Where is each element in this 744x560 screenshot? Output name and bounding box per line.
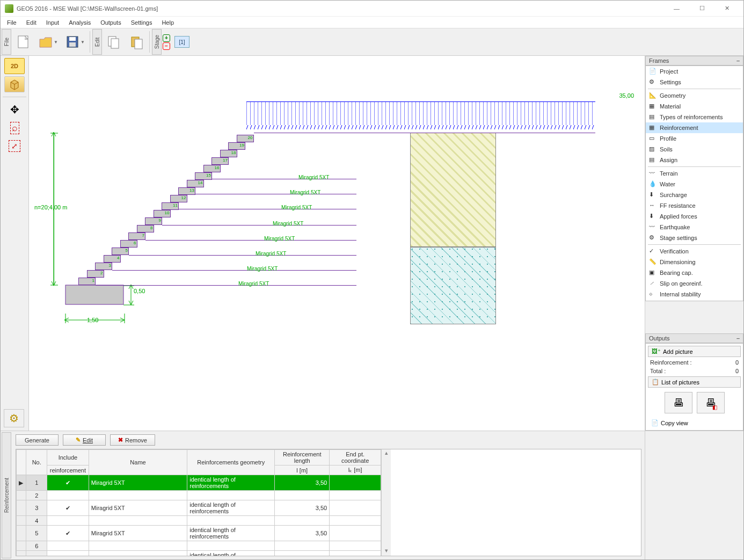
frame-icon: ✓ bbox=[649, 248, 657, 255]
frame-item-dimensioning[interactable]: 📏Dimensioning bbox=[646, 257, 743, 267]
frame-item-settings[interactable]: ⚙Settings bbox=[646, 77, 743, 88]
remove-stage-button[interactable]: − bbox=[163, 42, 170, 50]
move-icon: ✥ bbox=[10, 103, 19, 116]
table-scrollbar[interactable]: ▴ ▾ bbox=[381, 449, 391, 556]
minimize-button[interactable]: — bbox=[665, 1, 689, 16]
view-2d-button[interactable]: 2D bbox=[4, 58, 25, 74]
add-stage-button[interactable]: + bbox=[163, 34, 170, 42]
frame-item-geometry[interactable]: 📐Geometry bbox=[646, 90, 743, 101]
frames-list[interactable]: 📄Project⚙Settings📐Geometry▦Material▤Type… bbox=[645, 66, 743, 301]
frame-item-internal-stability[interactable]: ⟐Internal stability bbox=[646, 289, 743, 300]
table-row[interactable]: 5✔Miragrid 5XTidentical length of reinfo… bbox=[17, 526, 381, 541]
frame-item-surcharge[interactable]: ⬇Surcharge bbox=[646, 190, 743, 200]
frame-item-stage-settings[interactable]: ⚙Stage settings bbox=[646, 232, 743, 243]
frame-item-water[interactable]: 💧Water bbox=[646, 179, 743, 190]
frame-item-applied-forces[interactable]: ⬇Applied forces bbox=[646, 211, 743, 222]
frame-label: Assign bbox=[660, 157, 677, 163]
frame-item-terrain[interactable]: 〰Terrain bbox=[646, 168, 743, 179]
outputs-header-text: Outputs bbox=[649, 335, 670, 341]
table-row[interactable]: 4 bbox=[17, 516, 381, 526]
paste-icon bbox=[128, 34, 144, 50]
print-button-2[interactable]: 🖶◧ bbox=[697, 392, 725, 413]
paste-button[interactable] bbox=[126, 30, 147, 54]
list-pictures-button[interactable]: 📋List of pictures bbox=[648, 376, 741, 388]
frame-label: Geometry bbox=[660, 92, 685, 99]
open-file-button[interactable]: ▼ bbox=[35, 30, 61, 54]
toolbar-group-stage[interactable]: Stage bbox=[152, 29, 162, 55]
table-row[interactable]: 3✔Miragrid 5XTidentical length of reinfo… bbox=[17, 500, 381, 516]
frame-item-project[interactable]: 📄Project bbox=[646, 66, 743, 77]
zoom-extents-button[interactable]: ⤢ bbox=[4, 138, 25, 154]
printer-color-icon: 🖶◧ bbox=[705, 397, 716, 409]
surcharge-value: 35,00 bbox=[619, 92, 634, 99]
col-include[interactable]: Include bbox=[47, 450, 89, 466]
stage-1-button[interactable]: [1] bbox=[174, 36, 189, 48]
col-length[interactable]: Reinforcement length bbox=[275, 450, 330, 466]
col-endpt[interactable]: End pt. coordinate bbox=[330, 450, 381, 466]
frame-label: Bearing cap. bbox=[660, 270, 693, 276]
frame-item-verification[interactable]: ✓Verification bbox=[646, 246, 743, 257]
surcharge-ticks bbox=[246, 101, 595, 133]
menu-settings[interactable]: Settings bbox=[127, 18, 157, 27]
extents-icon: ⤢ bbox=[9, 140, 20, 152]
frame-label: Reinforcement bbox=[660, 125, 698, 131]
bottom-tab-reinforcement[interactable]: Reinforcement bbox=[2, 432, 11, 558]
frame-icon: ▣ bbox=[649, 269, 657, 277]
frame-item-slip-on-georeinf-[interactable]: ⟋Slip on georeinf. bbox=[646, 278, 743, 289]
table-row[interactable]: 2 bbox=[17, 491, 381, 500]
remove-button[interactable]: ✖Remove bbox=[110, 434, 155, 446]
table-row[interactable]: ▶1✔Miragrid 5XTidentical length of reinf… bbox=[17, 475, 381, 491]
add-picture-button[interactable]: 🖼⁺Add picture bbox=[648, 346, 741, 357]
frame-icon: 〰 bbox=[649, 170, 657, 177]
frame-item-profile[interactable]: ▭Profile bbox=[646, 133, 743, 144]
toolbar-group-file[interactable]: File bbox=[2, 29, 11, 55]
frame-item-ff-resistance[interactable]: ↔FF resistance bbox=[646, 200, 743, 211]
frame-item-bearing-cap-[interactable]: ▣Bearing cap. bbox=[646, 267, 743, 278]
pan-button[interactable]: ✥ bbox=[4, 101, 25, 118]
copy-button[interactable] bbox=[103, 30, 125, 54]
maximize-button[interactable]: ☐ bbox=[690, 1, 714, 16]
menu-input[interactable]: Input bbox=[42, 18, 63, 27]
table-row[interactable]: 7✔Miragrid 5XTidentical length of reinfo… bbox=[17, 551, 381, 557]
menu-file[interactable]: File bbox=[3, 18, 21, 27]
frame-item-reinforcement[interactable]: ▦Reinforcement bbox=[646, 122, 743, 133]
zoom-area-button[interactable]: ⌕ bbox=[4, 120, 25, 136]
drawing-canvas[interactable]: 35,00 /*inline loop omitted*/ bbox=[29, 56, 645, 431]
col-no[interactable]: No. bbox=[26, 450, 47, 475]
reinforcement-table[interactable]: No. Include Name Reinforcements geometry… bbox=[16, 449, 381, 556]
col-name[interactable]: Name bbox=[89, 450, 187, 475]
frame-item-earthquake[interactable]: 〰Earthquake bbox=[646, 222, 743, 232]
generate-button[interactable]: Generate bbox=[16, 434, 59, 446]
menu-analysis[interactable]: Analysis bbox=[64, 18, 95, 27]
out-total-count: 0 bbox=[735, 368, 739, 374]
right-pane: Frames – 📄Project⚙Settings📐Geometry▦Mate… bbox=[645, 56, 743, 431]
frame-icon: 📄 bbox=[649, 68, 657, 75]
menu-outputs[interactable]: Outputs bbox=[96, 18, 126, 27]
frame-label: FF resistance bbox=[660, 202, 696, 209]
view-3d-button[interactable] bbox=[4, 76, 25, 92]
copy-view-button[interactable]: 📄Copy view bbox=[648, 418, 741, 428]
table-row[interactable]: 6 bbox=[17, 541, 381, 551]
save-file-button[interactable]: ▼ bbox=[62, 30, 87, 54]
folder-open-icon bbox=[38, 34, 54, 50]
new-file-button[interactable] bbox=[12, 30, 34, 54]
frame-item-soils[interactable]: ▨Soils bbox=[646, 144, 743, 155]
out-reinf-label: Reinforcement : bbox=[650, 359, 692, 366]
menu-help[interactable]: Help bbox=[157, 18, 178, 27]
menu-edit[interactable]: Edit bbox=[22, 18, 41, 27]
frame-label: Verification bbox=[660, 248, 689, 254]
frame-item-types-of-reinforcements[interactable]: ▤Types of reinforcements bbox=[646, 112, 743, 122]
outputs-minimize-icon[interactable]: – bbox=[736, 335, 740, 341]
frame-label: Types of reinforcements bbox=[660, 114, 723, 120]
out-total-label: Total : bbox=[650, 368, 666, 374]
close-button[interactable]: ✕ bbox=[715, 1, 739, 16]
toolbar-group-edit[interactable]: Edit bbox=[92, 29, 102, 55]
edit-button[interactable]: ✎Edit bbox=[63, 434, 106, 446]
frame-item-material[interactable]: ▦Material bbox=[646, 101, 743, 112]
reinforcement-table-wrap: No. Include Name Reinforcements geometry… bbox=[16, 449, 641, 556]
frame-item-assign[interactable]: ▤Assign bbox=[646, 155, 743, 165]
col-geom[interactable]: Reinforcements geometry bbox=[187, 450, 275, 475]
frames-minimize-icon[interactable]: – bbox=[736, 57, 740, 64]
print-button-1[interactable]: 🖶 bbox=[665, 392, 692, 413]
drawing-settings-button[interactable]: ⚙ bbox=[4, 409, 24, 427]
